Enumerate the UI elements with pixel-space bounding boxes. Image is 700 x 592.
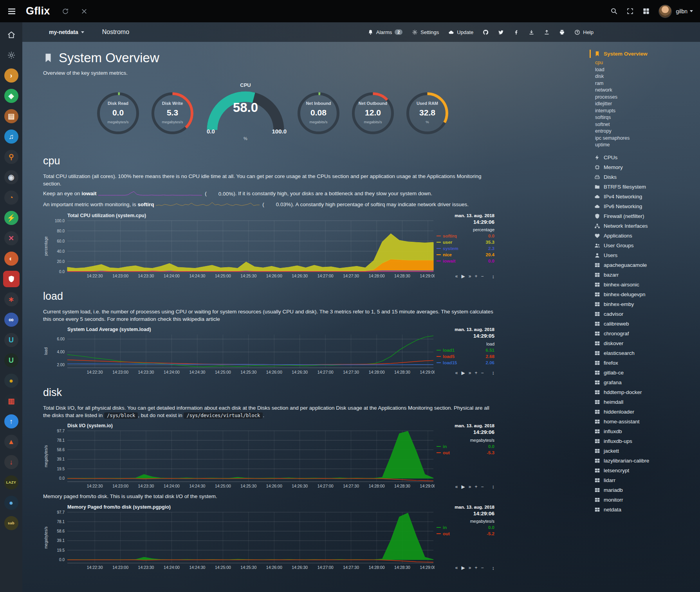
sidebar-app-flame[interactable]: ◐ bbox=[0, 248, 22, 269]
sidebar-app-flower[interactable]: ∗ bbox=[0, 289, 22, 309]
sidebar-app-upload-tile[interactable]: ↑ bbox=[0, 411, 22, 432]
menu-item-cpus[interactable]: CPUs bbox=[594, 153, 697, 162]
chart-resize-handle[interactable]: ↕ bbox=[492, 274, 495, 279]
chart-play-button[interactable]: ▶ bbox=[462, 484, 465, 489]
legend-item-user[interactable]: user35.3 bbox=[437, 239, 494, 245]
menu-item-calibreweb[interactable]: calibreweb bbox=[594, 319, 697, 329]
refresh-icon[interactable] bbox=[62, 8, 69, 15]
legend-item-nice[interactable]: nice20.4 bbox=[437, 252, 494, 258]
menu-item-influxdb-ups[interactable]: influxdb-ups bbox=[594, 436, 697, 446]
grid-icon[interactable] bbox=[642, 7, 650, 15]
sidebar-app-downloader[interactable]: ↓ bbox=[0, 452, 22, 472]
chart-resize-handle[interactable]: ↕ bbox=[492, 484, 495, 489]
facebook-button[interactable] bbox=[513, 29, 519, 35]
gauge-cpu[interactable]: CPU58.00.0100.0% bbox=[204, 82, 287, 141]
legend-item-system[interactable]: system2.3 bbox=[437, 245, 494, 252]
submenu-item-uptime[interactable]: uptime bbox=[595, 142, 697, 149]
sidebar-app-ombi[interactable]: ∞ bbox=[0, 309, 22, 330]
submenu-item-interrupts[interactable]: interrupts bbox=[595, 108, 697, 115]
chart-play-button[interactable]: ▶ bbox=[462, 274, 465, 279]
chart-zoom-in-button[interactable]: + bbox=[474, 274, 477, 279]
chart-skip-forward-button[interactable]: » bbox=[469, 274, 471, 279]
menu-item-hddtemp-docker[interactable]: hddtemp-docker bbox=[594, 387, 697, 397]
chart-skip-forward-button[interactable]: » bbox=[469, 565, 471, 570]
sidebar-app-tautulli[interactable]: ● bbox=[0, 371, 22, 391]
sidebar-app-equalizer[interactable]: ▥ bbox=[0, 391, 22, 411]
chart-zoom-out-button[interactable]: − bbox=[481, 484, 484, 489]
menu-item-heimdall[interactable]: heimdall bbox=[594, 397, 697, 407]
chart-play-button[interactable]: ▶ bbox=[462, 370, 465, 376]
sidebar-app-pink-ribbon[interactable]: ✕ bbox=[0, 228, 22, 248]
chart-resize-handle[interactable]: ↕ bbox=[492, 370, 495, 376]
sidebar-app-netdata-shield[interactable] bbox=[0, 269, 22, 289]
submenu-item-network[interactable]: network bbox=[595, 87, 697, 94]
server-dropdown[interactable]: my-netdata bbox=[49, 29, 84, 35]
menu-item-lazylibrarian-calibre[interactable]: lazylibrarian-calibre bbox=[594, 456, 697, 466]
sidebar-home[interactable] bbox=[0, 25, 22, 45]
menu-item-user-groups[interactable]: User Groups bbox=[594, 241, 697, 250]
menu-item-firefox[interactable]: firefox bbox=[594, 358, 697, 368]
chart-play-button[interactable]: ▶ bbox=[462, 565, 465, 570]
chart-canvas[interactable]: 97.778.158.639.119.50.014:22:3014:23:001… bbox=[43, 511, 437, 572]
sidebar-app-jackett[interactable]: ⚲ bbox=[0, 147, 22, 167]
menu-item-letsencrypt[interactable]: letsencrypt bbox=[594, 466, 697, 475]
legend-item-iowait[interactable]: iowait0.0 bbox=[437, 258, 494, 264]
menu-item-system-overview[interactable]: System Overview bbox=[594, 49, 697, 59]
menu-item-netdata[interactable]: netdata bbox=[594, 505, 697, 515]
submenu-item-load[interactable]: load bbox=[595, 67, 697, 74]
menu-item-mariadb[interactable]: mariadb bbox=[594, 485, 697, 495]
legend-item-in[interactable]: in0.0 bbox=[437, 524, 494, 531]
submenu-item-processes[interactable]: processes bbox=[595, 94, 697, 101]
submenu-item-softnet[interactable]: softnet bbox=[595, 121, 697, 128]
menu-item-elasticsearch[interactable]: elasticsearch bbox=[594, 348, 697, 358]
alarms-button[interactable]: Alarms 2 bbox=[368, 29, 403, 35]
submenu-item-ipc-semaphores[interactable]: ipc semaphores bbox=[595, 135, 697, 142]
print-button[interactable] bbox=[559, 29, 565, 35]
menu-item-chronograf[interactable]: chronograf bbox=[594, 329, 697, 338]
import-snapshot-button[interactable] bbox=[544, 29, 550, 35]
chart-zoom-in-button[interactable]: + bbox=[474, 370, 477, 376]
chart-skip-forward-button[interactable]: » bbox=[469, 370, 471, 376]
chart-skip-back-button[interactable]: « bbox=[455, 484, 458, 489]
twitter-button[interactable] bbox=[498, 29, 504, 35]
menu-item-memory[interactable]: Memory bbox=[594, 162, 697, 172]
wikipedia-link[interactable]: wikipedia article bbox=[182, 316, 220, 322]
legend-item-out[interactable]: out-5.2 bbox=[437, 531, 494, 537]
github-button[interactable] bbox=[483, 29, 489, 35]
chart-resize-handle[interactable]: ↕ bbox=[492, 565, 495, 571]
avatar[interactable] bbox=[659, 5, 672, 18]
submenu-item-ram[interactable]: ram bbox=[595, 80, 697, 87]
sidebar-settings[interactable] bbox=[0, 45, 22, 65]
chart-canvas[interactable]: 97.778.158.639.119.50.014:22:3014:23:001… bbox=[43, 429, 437, 490]
chart-canvas[interactable]: 100.080.060.040.020.00.014:22:3014:23:00… bbox=[43, 219, 437, 280]
chart-zoom-out-button[interactable]: − bbox=[481, 565, 484, 570]
submenu-item-entropy[interactable]: entropy bbox=[595, 128, 697, 135]
sidebar-app-green-diamond[interactable]: ◆ bbox=[0, 86, 22, 106]
gauge-used-ram[interactable]: Used RAM32.8% bbox=[405, 91, 450, 136]
legend-item-load1[interactable]: load16.51 bbox=[437, 347, 494, 353]
legend-item-out[interactable]: out-5.3 bbox=[437, 450, 494, 456]
sidebar-app-unifi[interactable]: U bbox=[0, 330, 22, 350]
sidebar-app-bazarr[interactable]: ◉ bbox=[0, 167, 22, 187]
gauge-disk-read[interactable]: Disk Read0.0megabytes/s bbox=[96, 91, 141, 136]
menu-item-lidarr[interactable]: lidarr bbox=[594, 475, 697, 485]
legend-item-load15[interactable]: load152.06 bbox=[437, 360, 494, 366]
sidebar-app-orange-chevron[interactable]: › bbox=[0, 65, 22, 86]
export-snapshot-button[interactable] bbox=[529, 29, 534, 35]
gauge-disk-write[interactable]: Disk Write5.3megabytes/s bbox=[150, 91, 195, 136]
gauge-net-inbound[interactable]: Net Inbound0.08megabits/s bbox=[296, 91, 341, 136]
menu-item-users[interactable]: Users bbox=[594, 250, 697, 260]
menu-item-binhex-delugevpn[interactable]: binhex-delugevpn bbox=[594, 290, 697, 299]
menu-item-hiddenloader[interactable]: hiddenloader bbox=[594, 407, 697, 417]
search-icon[interactable] bbox=[610, 7, 618, 15]
menu-item-firewall-netfilter[interactable]: Firewall (netfilter) bbox=[594, 211, 697, 221]
chart-skip-back-button[interactable]: « bbox=[455, 370, 458, 376]
menu-item-bazarr[interactable]: bazarr bbox=[594, 270, 697, 280]
update-button[interactable]: Update bbox=[448, 29, 473, 35]
menu-item-home-assistant[interactable]: home-assistant bbox=[594, 417, 697, 426]
fullscreen-icon[interactable] bbox=[626, 7, 634, 15]
menu-item-grafana[interactable]: grafana bbox=[594, 378, 697, 387]
menu-item-binhex-airsonic[interactable]: binhex-airsonic bbox=[594, 280, 697, 290]
gauge-net-outbound[interactable]: Net Outbound12.0megabits/s bbox=[350, 91, 395, 136]
chart-skip-forward-button[interactable]: » bbox=[469, 484, 471, 489]
